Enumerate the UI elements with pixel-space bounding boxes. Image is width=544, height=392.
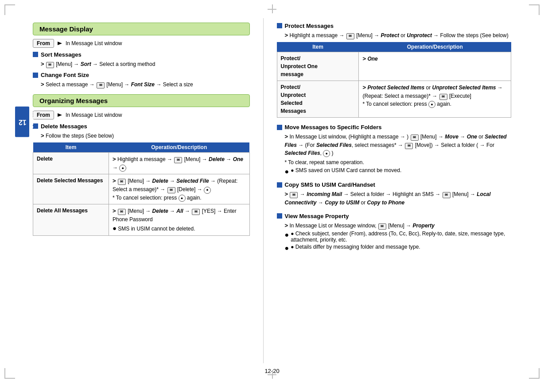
delete-table-header-desc: Operation/Description [109,142,249,153]
table-row: Protect/Unprotect Onemessage > One [277,52,511,81]
menu-icon-sort: ✉ [46,62,54,68]
menu-icon-view: ✉ [378,223,386,230]
copy-section: Copy SMS to USIM Card/Handset > ✉ → Inco… [277,181,511,207]
column-divider [263,18,264,363]
corner-mark-tl [4,4,15,15]
table-row: Delete > Highlight a message → ✉ [Menu] … [33,153,250,174]
right-column: Protect Messages > Highlight a message →… [268,18,516,363]
arrow-icon-1 [57,40,63,46]
view-title: View Message Property [277,213,511,219]
delete-item-1: Delete [33,153,109,174]
font-text: > Select a message → ✉ [Menu] → Font Siz… [41,80,250,89]
menu-icon-copy: ✉ [290,192,298,198]
sort-title: Sort Messages [33,51,250,58]
message-display-section: Message Display From In Message List win… [33,23,250,89]
delete-title: Delete Messages [33,123,250,130]
organizing-section: Organizing Messages From In Message List… [33,94,250,236]
menu-icon-font: ✉ [97,82,105,88]
delete-messages-block: Delete Messages > Follow the steps (See … [33,123,250,236]
move-section: Move Messages to Specific Folders > In M… [277,124,511,175]
left-column: Message Display From In Message List win… [28,18,259,363]
protect-table-header-item: Item [277,42,359,52]
delete-desc-1: > Highlight a message → ✉ [Menu] → Delet… [109,153,249,174]
menu-icon-del2: ✉ [118,179,126,185]
chapter-label: Messaging [29,108,34,135]
protect-desc-2: > Protect Selected Items or Unprotect Se… [359,81,511,118]
protect-intro: > Highlight a message → ✉ [Menu] → Prote… [285,31,511,40]
from-desc-1: In Message List window [66,40,122,46]
move-text2: * To clear, repeat same operation. [285,158,511,166]
page-outer: 12 Messaging Message Display From In Mes… [0,0,544,392]
sort-text: > ✉ [Menu] → Sort → Select a sorting met… [41,60,250,69]
menu-icon-prot2: ✉ [439,94,447,100]
move-text1: > In Message List window, (Highlight a m… [285,132,511,157]
corner-mark-bl [4,368,15,379]
circle-btn-move: ● [323,150,330,157]
svg-marker-0 [58,42,62,45]
delete-intro: > Follow the steps (See below) [41,131,250,140]
center-cross-bottom [268,370,276,379]
protect-blue-square [277,23,282,28]
delete-item-2: Delete Selected Messages [33,174,109,204]
circle-btn-del1: ● [119,165,126,172]
menu-icon-copy2: ✉ [443,192,451,198]
chapter-number: 12 [19,118,27,126]
center-cross-top [268,4,276,13]
from-desc-2: In Message List window [66,112,122,118]
page-inner: 12 Messaging Message Display From In Mes… [28,18,516,363]
from-badge-1: From [33,39,54,48]
move-bullet: ● ● SMS saved on USIM Card cannot be mov… [285,167,511,175]
protect-table: Item Operation/Description Protect/Unpro… [277,42,511,118]
menu-icon-del3: ✉ [118,209,126,215]
protect-desc-1: > One [359,52,511,81]
corner-mark-br [529,368,540,379]
font-size-block: Change Font Size > Select a message → ✉ … [33,72,250,89]
view-section: View Message Property > In Message List … [277,213,511,252]
delete-table: Item Operation/Description Delete > High… [33,142,250,236]
font-blue-square [33,73,38,78]
copy-blue-square [277,182,282,188]
table-row: Delete All Messages > ✉ [Menu] → Delete … [33,204,250,236]
menu-icon-del1: ✉ [174,157,182,163]
from-row-2: From In Message List window [33,111,250,119]
move-blue-square [277,125,282,130]
from-row-1: From In Message List window [33,39,250,48]
delete-desc-3: > ✉ [Menu] → Delete → All → ✉ [YES] → En… [109,204,249,236]
copy-title: Copy SMS to USIM Card/Handset [277,181,511,188]
protect-title: Protect Messages [277,23,511,29]
sort-blue-square [33,52,38,57]
sort-messages-block: Sort Messages > ✉ [Menu] → Sort → Select… [33,51,250,69]
table-row: Protect/UnprotectSelectedMessages > Prot… [277,81,511,118]
organizing-header: Organizing Messages [33,94,250,107]
delete-item-3: Delete All Messages [33,204,109,236]
move-title: Move Messages to Specific Folders [277,124,511,131]
corner-mark-tr [529,4,540,15]
view-text1: > In Message List or Message window, ✉ [… [285,221,511,230]
protect-item-1: Protect/Unprotect Onemessage [277,52,359,81]
from-badge-2: From [33,111,54,119]
protect-table-header-desc: Operation/Description [359,42,511,52]
menu-icon-prot: ✉ [346,33,354,39]
font-title: Change Font Size [33,72,250,78]
circle-btn-del2c: ● [179,195,186,202]
protect-item-2: Protect/UnprotectSelectedMessages [277,81,359,118]
delete-desc-2: > ✉ [Menu] → Delete → Selected File → (R… [109,174,249,204]
view-blue-square [277,213,282,219]
circle-btn-del2: ● [204,187,211,194]
table-row: Delete Selected Messages > ✉ [Menu] → De… [33,174,250,204]
circle-btn-prot: ● [428,101,435,108]
arrow-icon-2 [57,112,63,118]
menu-icon-move2: ✉ [405,143,413,149]
message-display-header: Message Display [33,23,250,35]
page-badge: 12 Messaging [15,107,29,137]
view-bullet1: ● ● Check subject, sender (From), addres… [285,231,511,243]
menu-icon-del2b: ✉ [167,187,175,193]
delete-table-header-item: Item [33,142,109,153]
svg-marker-1 [58,113,62,117]
view-bullet2: ● ● Details differ by messaging folder a… [285,244,511,252]
menu-icon-del3b: ✉ [192,209,200,215]
copy-text: > ✉ → Incoming Mail → Select a folder → … [285,190,511,207]
protect-section: Protect Messages > Highlight a message →… [277,23,511,118]
menu-icon-move: ✉ [411,135,419,141]
